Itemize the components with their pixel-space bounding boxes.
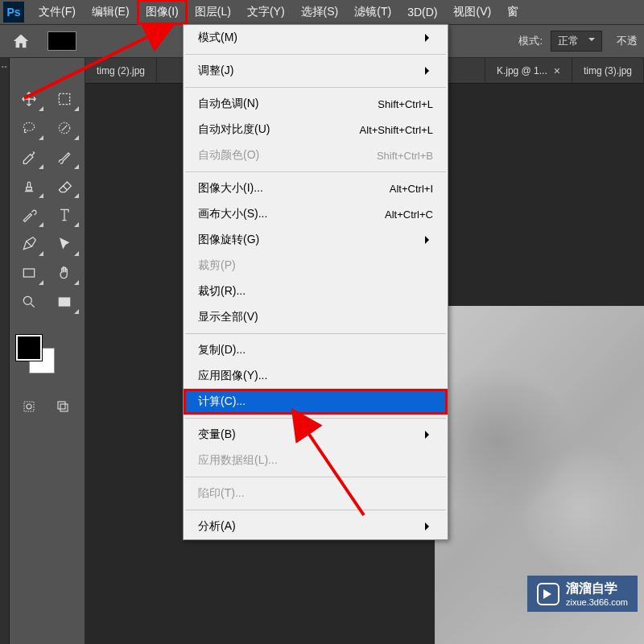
menu-canvas-size[interactable]: 画布大小(S)...Alt+Ctrl+C	[184, 201, 448, 227]
marquee-tool[interactable]	[48, 85, 80, 113]
menu-crop: 裁剪(P)	[184, 253, 448, 279]
lasso-tool[interactable]	[13, 114, 45, 142]
tab-label: timg (3).jpg	[584, 65, 632, 76]
svg-rect-3	[23, 269, 34, 277]
menu-auto-contrast[interactable]: 自动对比度(U)Alt+Shift+Ctrl+L	[184, 117, 448, 142]
menu-auto-color: 自动颜色(O)Shift+Ctrl+B	[184, 142, 448, 168]
toolbox	[10, 58, 85, 644]
menu-file[interactable]: 文件(F)	[31, 0, 84, 24]
chevron-right-icon	[425, 34, 433, 42]
doc-tab-2[interactable]: K.jpg @ 1... ×	[485, 58, 572, 83]
path-select-tool[interactable]	[48, 230, 80, 258]
rectangle-tool[interactable]	[13, 259, 45, 287]
eyedropper-tool[interactable]	[13, 143, 45, 171]
screen-mode-tool[interactable]	[47, 393, 79, 420]
foreground-color[interactable]	[16, 335, 42, 361]
menu-select[interactable]: 选择(S)	[293, 0, 347, 24]
home-icon[interactable]	[12, 32, 30, 50]
chevron-right-icon	[425, 522, 433, 530]
mode-select[interactable]: 正常	[551, 31, 602, 52]
menubar: Ps 文件(F) 编辑(E) 图像(I) 图层(L) 文字(Y) 选择(S) 滤…	[0, 0, 644, 24]
watermark-title: 溜溜自学	[566, 580, 628, 597]
ps-logo: Ps	[3, 2, 24, 23]
svg-point-7	[27, 404, 31, 409]
menu-mode[interactable]: 模式(M)	[184, 25, 448, 51]
menu-auto-tone[interactable]: 自动色调(N)Shift+Ctrl+L	[184, 91, 448, 117]
close-icon[interactable]: ×	[554, 64, 560, 77]
menu-image-size[interactable]: 图像大小(I)...Alt+Ctrl+I	[184, 175, 448, 201]
chevron-right-icon	[425, 67, 433, 75]
menu-reveal-all[interactable]: 显示全部(V)	[184, 304, 448, 330]
menu-apply-data-set: 应用数据组(L)...	[184, 448, 448, 473]
menu-duplicate[interactable]: 复制(D)...	[184, 337, 448, 363]
move-tool[interactable]	[13, 85, 45, 113]
tab-label: timg (2).jpg	[97, 65, 145, 76]
svg-rect-9	[60, 404, 68, 411]
menu-adjustments[interactable]: 调整(J)	[184, 58, 448, 84]
menu-image[interactable]: 图像(I)	[138, 0, 187, 24]
menu-variables[interactable]: 变量(B)	[184, 422, 448, 448]
pen-tool[interactable]	[13, 230, 45, 258]
svg-rect-6	[24, 402, 34, 411]
svg-rect-5	[59, 298, 69, 306]
menu-trim[interactable]: 裁切(R)...	[184, 279, 448, 304]
stamp-tool[interactable]	[13, 172, 45, 200]
quick-mask-tool[interactable]	[13, 393, 45, 420]
menu-analysis[interactable]: 分析(A)	[184, 514, 448, 539]
svg-point-4	[23, 296, 31, 304]
gradient-swatch[interactable]	[47, 31, 76, 51]
chevron-right-icon	[425, 236, 433, 244]
svg-rect-8	[58, 402, 65, 409]
menu-filter[interactable]: 滤镜(T)	[346, 0, 399, 24]
type-tool[interactable]	[48, 201, 80, 229]
menu-layer[interactable]: 图层(L)	[187, 0, 239, 24]
doc-tab-3[interactable]: timg (3).jpg	[572, 58, 644, 83]
gradient-tool[interactable]	[48, 288, 80, 316]
watermark-subtitle: zixue.3d66.com	[566, 597, 628, 607]
menu-type[interactable]: 文字(Y)	[239, 0, 293, 24]
watermark: 溜溜自学 zixue.3d66.com	[527, 576, 638, 612]
chevron-right-icon	[425, 431, 433, 439]
menu-window[interactable]: 窗	[499, 0, 526, 24]
tab-label: K.jpg @ 1...	[497, 65, 547, 76]
quick-select-tool[interactable]	[48, 114, 80, 142]
brush-tool[interactable]	[48, 143, 80, 171]
mode-label: 模式:	[518, 34, 543, 48]
history-brush-tool[interactable]	[13, 201, 45, 229]
image-menu-dropdown: 模式(M) 调整(J) 自动色调(N)Shift+Ctrl+L 自动对比度(U)…	[183, 24, 448, 540]
play-icon	[537, 583, 559, 605]
eraser-tool[interactable]	[48, 172, 80, 200]
color-swatches[interactable]	[16, 335, 55, 374]
menu-calculations[interactable]: 计算(C)...	[184, 389, 448, 415]
svg-rect-0	[59, 93, 69, 104]
menu-apply-image[interactable]: 应用图像(Y)...	[184, 363, 448, 389]
svg-point-1	[23, 122, 34, 130]
left-gutter: ••	[0, 58, 10, 644]
menu-trap: 陷印(T)...	[184, 481, 448, 506]
zoom-tool[interactable]	[13, 288, 45, 316]
doc-tab-1[interactable]: timg (2).jpg	[85, 58, 157, 83]
opacity-label: 不透	[617, 34, 638, 48]
menu-edit[interactable]: 编辑(E)	[84, 0, 138, 24]
hand-tool[interactable]	[48, 259, 80, 287]
menu-view[interactable]: 视图(V)	[445, 0, 499, 24]
menu-image-rotation[interactable]: 图像旋转(G)	[184, 227, 448, 253]
menu-3d[interactable]: 3D(D)	[399, 1, 445, 23]
